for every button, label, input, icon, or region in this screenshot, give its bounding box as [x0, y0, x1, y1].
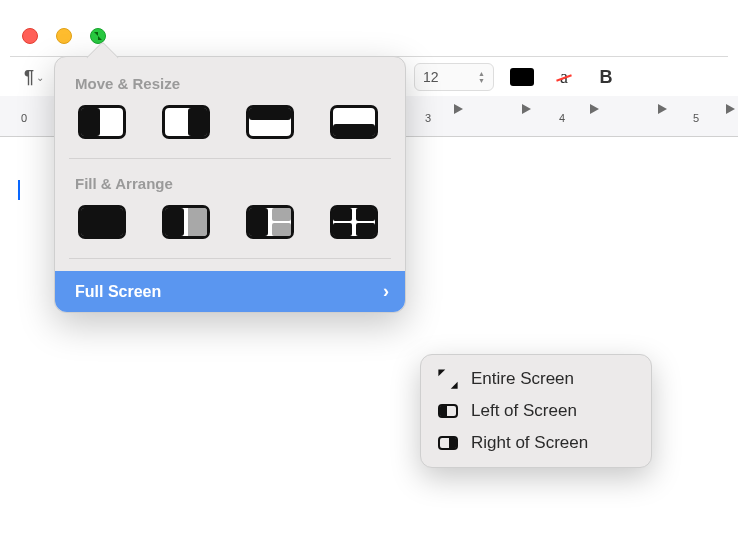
- text-color-button[interactable]: [508, 64, 536, 90]
- chevron-right-icon: ›: [383, 281, 389, 302]
- tile-left-half-button[interactable]: [77, 104, 127, 140]
- fill-button[interactable]: [77, 204, 127, 240]
- full-screen-label: Full Screen: [75, 283, 161, 301]
- svg-marker-0: [438, 369, 445, 376]
- window-tiling-menu: Move & Resize Fill & Arrange: [54, 56, 406, 313]
- font-size-select[interactable]: 12 ▲▼: [414, 63, 494, 91]
- ruler-tick-label: 4: [559, 112, 565, 124]
- bold-icon: B: [600, 67, 613, 88]
- tile-right-half-button[interactable]: [161, 104, 211, 140]
- arrange-right-icon: [246, 205, 294, 239]
- svg-marker-1: [451, 382, 458, 389]
- menu-divider: [69, 258, 391, 259]
- tile-top-half-button[interactable]: [245, 104, 295, 140]
- chevron-down-icon: ⌄: [36, 72, 44, 83]
- arrange-left-icon: [162, 205, 210, 239]
- move-resize-row: [55, 102, 405, 158]
- minimize-button[interactable]: [56, 28, 72, 44]
- entire-screen-label: Entire Screen: [471, 369, 574, 389]
- right-of-screen-item[interactable]: Right of Screen: [421, 427, 651, 459]
- enter-fullscreen-icon: [437, 370, 459, 388]
- pilcrow-icon: ¶: [24, 67, 34, 88]
- full-screen-menu-item[interactable]: Full Screen ›: [55, 271, 405, 312]
- left-of-screen-item[interactable]: Left of Screen: [421, 395, 651, 427]
- bold-button[interactable]: B: [592, 64, 620, 90]
- tab-stop-icon[interactable]: [658, 104, 667, 114]
- quarters-icon: [330, 205, 378, 239]
- arrange-left-button[interactable]: [161, 204, 211, 240]
- section-title-move-resize: Move & Resize: [55, 71, 405, 102]
- strikethrough-color-button[interactable]: a: [550, 64, 578, 90]
- menu-callout: [86, 41, 119, 74]
- right-half-icon: [437, 434, 459, 452]
- ruler-tick-label: 0: [21, 112, 27, 124]
- font-size-value: 12: [423, 69, 472, 85]
- tab-stop-icon[interactable]: [726, 104, 735, 114]
- window-controls: [22, 28, 106, 44]
- full-screen-submenu: Entire Screen Left of Screen Right of Sc…: [420, 354, 652, 468]
- paragraph-styles-button[interactable]: ¶ ⌄: [20, 64, 48, 90]
- bottom-half-icon: [330, 105, 378, 139]
- arrange-right-button[interactable]: [245, 204, 295, 240]
- tab-stop-icon[interactable]: [590, 104, 599, 114]
- left-of-screen-label: Left of Screen: [471, 401, 577, 421]
- stepper-icon: ▲▼: [478, 70, 485, 84]
- right-of-screen-label: Right of Screen: [471, 433, 588, 453]
- left-half-icon: [78, 105, 126, 139]
- tile-bottom-half-button[interactable]: [329, 104, 379, 140]
- entire-screen-item[interactable]: Entire Screen: [421, 363, 651, 395]
- text-cursor: [18, 180, 20, 200]
- tab-stop-icon[interactable]: [522, 104, 531, 114]
- menu-divider: [69, 158, 391, 159]
- app-window: ¶ ⌄ ▲▼ 12 ▲▼ a B 0 3 4 5: [0, 0, 738, 538]
- right-half-icon: [162, 105, 210, 139]
- top-half-icon: [246, 105, 294, 139]
- quarters-button[interactable]: [329, 204, 379, 240]
- left-half-icon: [437, 402, 459, 420]
- tab-stop-icon[interactable]: [454, 104, 463, 114]
- fill-icon: [78, 205, 126, 239]
- color-swatch-icon: [510, 68, 534, 86]
- section-title-fill-arrange: Fill & Arrange: [55, 171, 405, 202]
- ruler-tick-label: 5: [693, 112, 699, 124]
- strikethrough-icon: a: [560, 67, 568, 88]
- close-button[interactable]: [22, 28, 38, 44]
- ruler-tick-label: 3: [425, 112, 431, 124]
- fill-arrange-row: [55, 202, 405, 258]
